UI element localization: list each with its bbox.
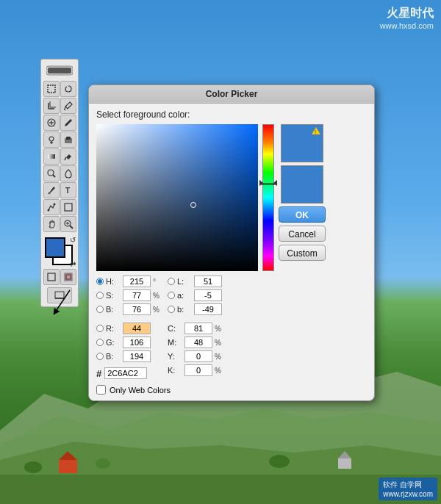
ok-button[interactable]: OK (279, 206, 326, 223)
radio-R[interactable] (96, 325, 104, 332)
svg-point-34 (47, 209, 49, 212)
custom-button[interactable]: Custom (279, 245, 326, 261)
web-colors-checkbox[interactable] (96, 385, 106, 395)
eyedropper-tool[interactable] (60, 98, 76, 114)
input-B2[interactable] (123, 350, 151, 362)
input-S[interactable] (123, 289, 151, 301)
svg-rect-6 (338, 458, 351, 469)
label-M: M: (168, 338, 182, 347)
label-Y: Y: (168, 352, 182, 361)
tool-row-1 (43, 81, 76, 97)
svg-text:T: T (65, 187, 70, 195)
shape-tool[interactable] (60, 199, 76, 215)
field-row-M: M: % (168, 336, 223, 348)
radio-B2[interactable] (96, 353, 104, 360)
radio-G[interactable] (96, 339, 104, 346)
svg-point-35 (53, 204, 55, 206)
radio-S[interactable] (96, 292, 104, 299)
radio-B[interactable] (96, 306, 104, 313)
input-B[interactable] (123, 303, 151, 315)
svg-line-39 (70, 226, 73, 228)
marquee-tool[interactable] (43, 81, 60, 97)
field-row-L: L: (168, 276, 223, 287)
svg-text:!: ! (315, 129, 316, 135)
svg-rect-3 (0, 475, 441, 504)
hue-slider[interactable] (262, 124, 274, 271)
label-S: S: (106, 291, 121, 300)
foreground-color-swatch[interactable] (45, 237, 65, 258)
svg-line-14 (65, 87, 67, 88)
label-B: B: (106, 305, 121, 314)
svg-rect-4 (59, 460, 77, 473)
tool-row-5 (43, 148, 76, 165)
label-C: C: (168, 324, 182, 333)
eraser-tool[interactable] (60, 132, 76, 148)
heal-tool[interactable] (43, 115, 60, 131)
dodge-tool[interactable] (43, 165, 60, 181)
toolbar: T ↺ ⇄ (40, 59, 79, 307)
svg-rect-29 (48, 154, 55, 159)
svg-point-9 (96, 458, 110, 469)
svg-rect-13 (48, 85, 55, 93)
out-of-gamut-warning[interactable]: ! (311, 126, 321, 137)
swap-colors-icon[interactable]: ⇄ (70, 260, 76, 268)
unit-C: % (215, 325, 223, 333)
input-K[interactable] (184, 364, 212, 376)
radio-H[interactable] (96, 278, 104, 285)
label-H: H: (106, 277, 121, 286)
web-colors-row: Only Web Colors (96, 385, 367, 395)
dialog-titlebar: Color Picker (89, 85, 374, 104)
input-H[interactable] (123, 276, 151, 287)
zoom-tool[interactable] (60, 216, 76, 232)
svg-point-10 (269, 455, 290, 468)
field-row-G: G: (96, 336, 162, 348)
input-a[interactable] (194, 289, 222, 301)
radio-b[interactable] (168, 306, 175, 313)
path-select-tool[interactable] (43, 199, 60, 215)
reset-colors-icon[interactable]: ↺ (70, 236, 76, 244)
watermark-top: 火星时代 www.hxsd.com (380, 6, 434, 30)
input-G[interactable] (123, 336, 151, 348)
radio-a[interactable] (168, 292, 175, 299)
input-L[interactable] (194, 276, 222, 287)
field-row-C: C: % (168, 323, 223, 334)
hex-input[interactable] (104, 367, 147, 379)
input-b[interactable] (194, 303, 222, 315)
field-row-Y: Y: % (168, 350, 223, 362)
watermark-bottom-text: 软件 自学网 (383, 480, 422, 489)
input-R[interactable] (123, 323, 151, 334)
field-row-H: H: ° (96, 276, 162, 287)
saturation-brightness-picker[interactable] (96, 124, 258, 271)
label-G: G: (106, 338, 121, 347)
current-color-preview (281, 165, 323, 204)
color-swatch-area: ↺ ⇄ (43, 236, 76, 268)
hand-tool[interactable] (43, 216, 60, 232)
label-b: b: (177, 305, 192, 314)
label-a: a: (177, 291, 192, 300)
input-M[interactable] (184, 336, 212, 348)
label-B2: B: (106, 352, 121, 361)
crop-tool[interactable] (43, 98, 60, 114)
pen-tool[interactable] (43, 182, 60, 198)
burn-tool[interactable] (60, 165, 76, 181)
lasso-tool[interactable] (60, 81, 76, 97)
paint-bucket-tool[interactable] (60, 148, 76, 165)
dialog-buttons: OK Cancel Custom (279, 206, 326, 261)
type-tool[interactable]: T (60, 182, 76, 198)
svg-point-30 (48, 170, 54, 176)
clone-tool[interactable] (43, 132, 60, 148)
hue-arrow-right (273, 180, 277, 186)
gradient-tool[interactable] (43, 148, 60, 165)
field-row-a: a: (168, 289, 223, 301)
field-row-B2: B: (96, 350, 162, 362)
svg-line-31 (53, 175, 55, 177)
field-row-K: K: % (168, 364, 223, 376)
svg-line-47 (55, 290, 70, 312)
cancel-button[interactable]: Cancel (279, 226, 326, 242)
field-row-S: S: % (96, 289, 162, 301)
input-C[interactable] (184, 323, 212, 334)
radio-L[interactable] (168, 278, 175, 285)
brush-tool[interactable] (60, 115, 76, 131)
input-Y[interactable] (184, 350, 212, 362)
tool-row-4 (43, 132, 76, 148)
